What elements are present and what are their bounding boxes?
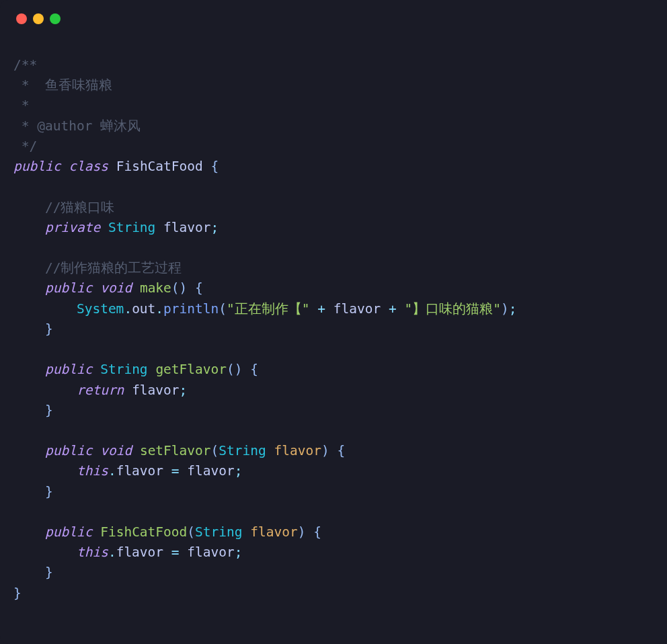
kw-this-2: this [77,545,108,560]
brace-close-1: } [45,321,53,337]
comment-blank: * [13,97,29,113]
ctor-name: FishCatFood [100,524,187,540]
kw-return: return [77,383,124,398]
eq-2: = [171,545,180,560]
comment-open: /** [13,57,37,73]
semi-4: ; [235,463,243,479]
dot: . [124,301,132,317]
method-make: make [140,280,171,296]
method-setflavor: setFlavor [140,443,211,458]
kw-void-2: void [100,443,132,458]
comment-author: * @author 蝉沐风 [13,118,141,134]
flavor-ref-6: flavor [187,545,234,560]
paren-open: ( [171,280,180,296]
plus-2: + [389,301,397,317]
plus-1: + [317,301,325,317]
comment-make: //制作猫粮的工艺过程 [45,260,182,276]
system: System [77,301,124,317]
kw-public: public [13,159,61,174]
string-2: "】口味的猫粮" [404,301,500,317]
paren-close-3: ) [235,362,243,377]
paren-close: ) [180,280,188,296]
kw-public-3: public [45,362,92,377]
code-block: /** * 鱼香味猫粮 * * @author 蝉沐风 */ public cl… [0,39,667,604]
semi-3: ; [180,383,188,398]
kw-public-2: public [45,280,92,296]
eq-1: = [171,463,180,479]
comment-flavor: //猫粮口味 [45,200,114,215]
param-flavor-2: flavor [250,524,297,540]
dot-2: . [155,301,163,317]
semi-2: ; [509,301,517,317]
comment-desc: * 鱼香味猫粮 [13,77,112,93]
paren-close-2: ) [501,301,509,317]
code-window: /** * 鱼香味猫粮 * * @author 蝉沐风 */ public cl… [0,0,667,644]
window-titlebar [0,0,667,39]
flavor-ref-2: flavor [132,383,179,398]
close-icon[interactable] [16,13,27,24]
println: println [163,301,219,317]
dot-3: . [108,463,116,479]
paren-open-5: ( [187,524,195,540]
type-string-4: String [195,524,242,540]
paren-open-4: ( [211,443,219,458]
brace-close-final: } [13,586,22,601]
flavor-ref-4: flavor [187,463,234,479]
paren-close-5: ) [298,524,306,540]
class-name: FishCatFood [116,159,203,174]
semi: ; [211,220,219,235]
brace-open-2: { [195,280,203,296]
brace-close-4: } [45,565,53,580]
out: out [132,301,155,317]
field-flavor: flavor [163,220,210,235]
brace-open-4: { [337,443,345,458]
flavor-ref-3: flavor [116,463,163,479]
brace-open-3: { [250,362,258,377]
dot-4: . [108,545,116,560]
flavor-ref-1: flavor [334,301,381,317]
paren-open-3: ( [227,362,235,377]
kw-class: class [69,159,108,174]
comment-close: */ [13,138,37,154]
brace-close-2: } [45,403,53,418]
brace-open-5: { [313,524,321,540]
paren-close-4: ) [321,443,329,458]
param-flavor-1: flavor [274,443,321,458]
method-getflavor: getFlavor [155,362,227,377]
semi-5: ; [235,545,243,560]
type-string: String [108,220,155,235]
kw-void: void [100,280,132,296]
type-string-3: String [219,443,266,458]
brace-close-3: } [45,484,53,499]
paren-open-2: ( [219,301,227,317]
kw-public-5: public [45,524,92,540]
string-1: "正在制作【" [227,301,309,317]
kw-this-1: this [77,463,108,479]
brace-open: { [211,159,219,174]
kw-public-4: public [45,443,92,458]
kw-private: private [45,220,100,235]
minimize-icon[interactable] [33,13,44,24]
type-string-2: String [100,362,147,377]
maximize-icon[interactable] [50,13,61,24]
flavor-ref-5: flavor [116,545,163,560]
